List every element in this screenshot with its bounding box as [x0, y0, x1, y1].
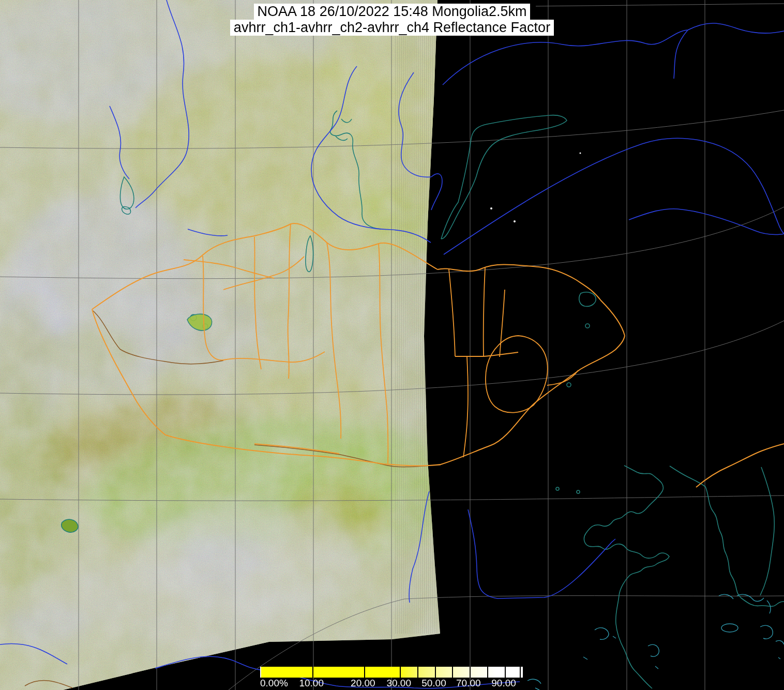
colorbar-tick — [487, 667, 488, 678]
title-line-1: NOAA 18 26/10/2022 15:48 Mongolia2.5km — [0, 4, 784, 20]
colorbar-gradient — [260, 667, 523, 678]
colorbar-label: 30.00 — [386, 678, 411, 688]
colorbar-tick — [520, 667, 521, 678]
satellite-product-view: NOAA 18 26/10/2022 15:48 Mongolia2.5km a… — [0, 0, 784, 690]
colorbar-label: 10.00 — [299, 678, 324, 688]
colorbar-tick — [435, 667, 436, 678]
colorbar-tick — [505, 667, 506, 678]
title-block: NOAA 18 26/10/2022 15:48 Mongolia2.5km a… — [0, 4, 784, 36]
colorbar-label: 70.00 — [456, 678, 481, 688]
colorbar-tick — [470, 667, 471, 678]
colorbar-tick — [364, 667, 365, 678]
colorbar-label: 50.00 — [421, 678, 446, 688]
colorbar-labels: 0.00%10.0020.0030.0050.0070.0090.00 — [260, 678, 522, 688]
colorbar-tick — [417, 667, 418, 678]
title-line-2: avhrr_ch1-avhrr_ch2-avhrr_ch4 Reflectanc… — [0, 20, 784, 36]
title-text-main: NOAA 18 26/10/2022 15:48 Mongolia2.5km — [254, 4, 531, 20]
colorbar-label: 20.00 — [351, 678, 375, 688]
title-text-product: avhrr_ch1-avhrr_ch2-avhrr_ch4 Reflectanc… — [230, 20, 554, 36]
colorbar: 0.00%10.0020.0030.0050.0070.0090.00 — [260, 667, 522, 688]
colorbar-label: 0.00% — [260, 678, 288, 688]
satellite-swath — [0, 0, 460, 690]
colorbar-tick — [312, 667, 313, 678]
colorbar-tick — [452, 667, 453, 678]
colorbar-label: 90.00 — [491, 678, 516, 688]
colorbar-tick — [400, 667, 401, 678]
satellite-map-canvas — [0, 0, 784, 690]
